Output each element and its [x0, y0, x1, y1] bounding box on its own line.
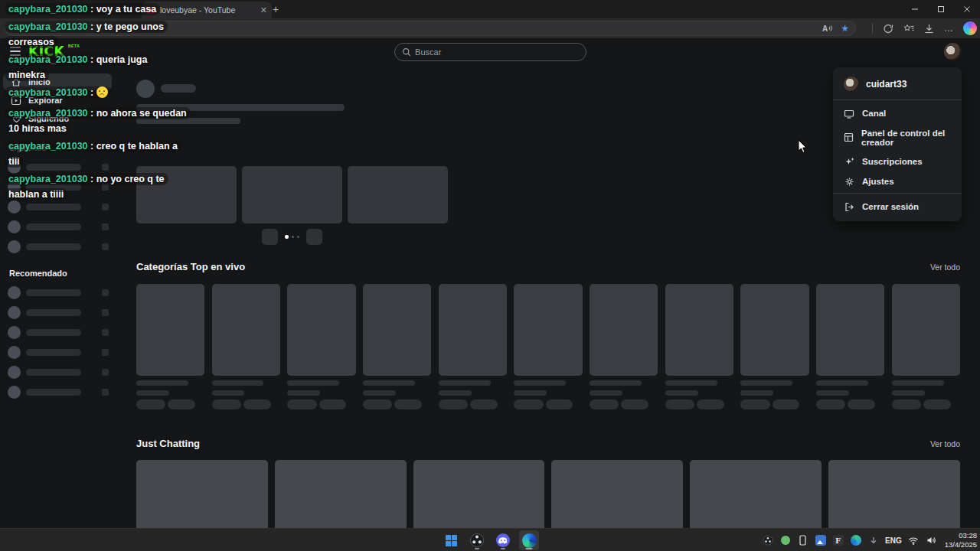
chat-message: capybara_201030 : voy a tu casa: [5, 2, 188, 17]
account-menu-header[interactable]: cuidart33: [833, 72, 962, 98]
favorite-added-icon[interactable]: ★: [841, 24, 849, 33]
chat-username: capybara_201030: [8, 54, 88, 65]
menu-divider: [833, 99, 962, 100]
screen: loveubyae - YouTube ✕ + A ★: [0, 0, 980, 551]
menu-item-cerrar-sesion[interactable]: Cerrar sesión: [833, 197, 962, 217]
favorites-icon[interactable]: [903, 23, 914, 34]
stream-card-skeleton[interactable]: [551, 460, 683, 528]
menu-item-suscripciones[interactable]: Suscripciones: [833, 152, 962, 171]
category-card-skeleton[interactable]: [136, 284, 204, 409]
chat-message: capybara_201030 : queria juga minekra: [5, 52, 188, 83]
tv-icon: [844, 109, 854, 119]
category-card-skeleton[interactable]: [740, 284, 808, 409]
dashboard-icon: [844, 132, 854, 142]
chat-username: capybara_201030: [8, 174, 88, 184]
carousel-dots: [285, 235, 299, 239]
clock-time: 03:28: [959, 531, 977, 540]
stream-card-skeleton[interactable]: [690, 460, 822, 528]
menu-item-ajustes[interactable]: Ajustes: [833, 171, 962, 191]
taskbar-clock[interactable]: 03:28 13/4/2025: [945, 531, 977, 550]
photos-tray-icon[interactable]: [815, 535, 826, 546]
sign-out-icon: [844, 202, 854, 212]
chat-username: capybara_201030: [8, 87, 88, 98]
browser-profile-avatar[interactable]: [963, 21, 977, 35]
category-card-skeleton[interactable]: [892, 284, 960, 409]
wifi-icon[interactable]: [908, 535, 920, 546]
window-close-button[interactable]: [954, 0, 980, 18]
swirl-app-tray-icon[interactable]: [850, 535, 861, 546]
stream-card-skeleton[interactable]: [242, 166, 342, 223]
section-title: Just Chatting: [136, 438, 200, 449]
channel-skeleton-row: [0, 382, 115, 402]
stream-card-skeleton[interactable]: [348, 166, 448, 223]
category-card-skeleton[interactable]: [816, 284, 884, 409]
menu-item-panel-creador[interactable]: Panel de control del creador: [833, 123, 962, 152]
category-card-skeleton[interactable]: [287, 284, 355, 409]
channel-skeleton-row: [0, 342, 115, 362]
star-plus-icon: [844, 157, 854, 167]
stream-card-skeleton[interactable]: [275, 460, 407, 528]
category-card-skeleton[interactable]: [665, 284, 733, 409]
account-avatar: [844, 77, 859, 92]
sync-icon[interactable]: [883, 23, 893, 34]
read-aloud-icon[interactable]: A: [822, 24, 833, 33]
new-tab-button[interactable]: +: [270, 3, 282, 15]
discord-taskbar-icon[interactable]: [493, 530, 513, 550]
obs-tray-icon[interactable]: [762, 535, 773, 546]
chat-username: capybara_201030: [8, 141, 88, 152]
obs-taskbar-icon[interactable]: [467, 530, 487, 550]
channel-skeleton-row: [0, 236, 115, 256]
sidebar-section-recomendado: Recomendado: [9, 269, 106, 278]
carousel-prev-button[interactable]: [262, 229, 278, 245]
section-title: Categorías Top en vivo: [136, 261, 245, 272]
carousel-next-button[interactable]: [306, 229, 322, 245]
section-header-categorias: Categorías Top en vivo Ver todo: [136, 261, 960, 272]
stream-card-skeleton[interactable]: [413, 460, 545, 528]
downloads-icon[interactable]: [924, 24, 934, 34]
chat-message: capybara_201030 : creo q te hablan a tii…: [5, 139, 188, 169]
edge-icon: [522, 533, 537, 548]
toolbar-divider: [872, 23, 873, 34]
volume-icon[interactable]: [926, 535, 937, 546]
search-input[interactable]: [415, 47, 579, 57]
search-bar[interactable]: [394, 43, 586, 61]
tab-close-icon[interactable]: ✕: [260, 6, 267, 15]
category-card-skeleton[interactable]: [363, 284, 431, 409]
menu-item-label: Panel de control del creador: [861, 129, 951, 147]
just-chatting-grid: [136, 460, 960, 528]
channel-skeleton-row: [0, 217, 115, 236]
language-indicator[interactable]: ENG: [885, 536, 902, 545]
category-card-skeleton[interactable]: [514, 284, 582, 409]
system-tray: F ENG 03:28 13/4/2025: [762, 529, 977, 551]
discord-icon: [495, 533, 511, 548]
category-grid: [136, 284, 960, 409]
stream-card-skeleton[interactable]: [136, 460, 268, 528]
more-menu-icon[interactable]: …: [944, 24, 953, 33]
category-card-skeleton[interactable]: [212, 284, 280, 409]
stream-card-skeleton[interactable]: [828, 460, 960, 528]
menu-item-canal[interactable]: Canal: [833, 103, 962, 123]
window-minimize-button[interactable]: [902, 0, 928, 18]
obs-icon: [469, 533, 485, 548]
menu-item-label: Cerrar sesión: [862, 202, 919, 211]
menu-item-label: Ajustes: [862, 177, 894, 186]
chat-username: capybara_201030: [8, 4, 88, 15]
ver-todo-link[interactable]: Ver todo: [930, 439, 960, 448]
user-avatar[interactable]: [944, 43, 962, 60]
tray-arrow-icon[interactable]: [867, 535, 879, 546]
ver-todo-link[interactable]: Ver todo: [930, 262, 960, 272]
chat-message: capybara_201030 : no ahora se quedan 10 …: [5, 106, 188, 136]
account-username: cuidart33: [866, 79, 906, 90]
green-status-tray-icon[interactable]: [779, 535, 791, 546]
start-button[interactable]: [441, 530, 461, 550]
edge-taskbar-icon[interactable]: [519, 530, 539, 550]
window-maximize-button[interactable]: [928, 0, 954, 18]
phone-link-tray-icon[interactable]: [797, 535, 808, 546]
window-controls: [902, 0, 980, 18]
category-card-skeleton[interactable]: [439, 284, 507, 409]
windows-logo-icon: [446, 535, 457, 546]
f-app-tray-icon[interactable]: F: [832, 535, 844, 546]
chat-username: capybara_201030: [8, 108, 88, 119]
pensive-emoji-icon: [96, 86, 108, 98]
category-card-skeleton[interactable]: [590, 284, 658, 409]
